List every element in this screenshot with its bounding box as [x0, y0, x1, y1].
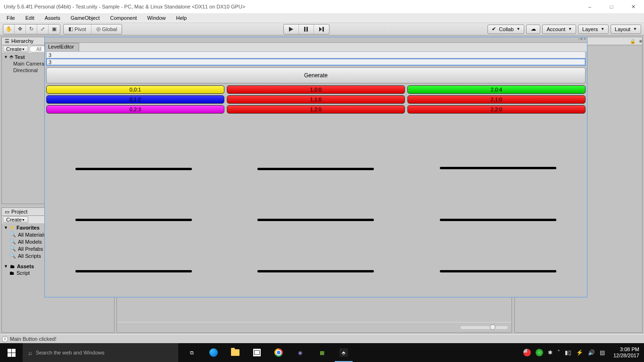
cell-button-0-0[interactable]: 0,0:1 [46, 85, 224, 94]
lock-icon[interactable]: 🔒 [630, 39, 636, 44]
star-icon: ★ [10, 224, 15, 230]
pivot-icon: ◧ [68, 26, 73, 32]
global-toggle-button[interactable]: ◎ Global [91, 25, 122, 34]
menu-edit[interactable]: Edit [21, 14, 39, 22]
clock-time: 3:08 PM [613, 346, 639, 353]
search-icon: 🔍 [9, 253, 16, 259]
svg-marker-3 [319, 27, 322, 32]
tray-chevron-up-icon[interactable]: ˄ [557, 349, 560, 356]
level-editor-rows-input[interactable] [46, 51, 586, 58]
menu-file[interactable]: File [2, 14, 20, 22]
cell-button-2-2[interactable]: 2,2:0 [407, 105, 586, 114]
taskbar-app-store[interactable] [246, 343, 268, 362]
slider-knob[interactable] [490, 324, 495, 330]
chevron-down-icon: ▼ [568, 27, 572, 31]
preview-line [440, 219, 556, 221]
level-editor-cols-input[interactable] [46, 58, 586, 66]
tray-network-icon[interactable] [536, 349, 543, 356]
store-icon [253, 349, 261, 356]
menu-assets[interactable]: Assets [40, 14, 65, 22]
menu-bar: File Edit Assets GameObject Component Wi… [0, 13, 644, 23]
taskbar-app-unity[interactable]: ⬘ [333, 343, 355, 362]
generate-button[interactable]: Generate [46, 67, 586, 83]
level-editor-preview-grid [59, 157, 573, 283]
preview-line [440, 167, 556, 169]
panel-menu-icon[interactable]: ≡ [639, 39, 642, 44]
collab-dropdown[interactable]: ✔Collab▼ [487, 25, 524, 34]
handle-tool-group: ◧ Pivot ◎ Global [63, 24, 122, 34]
rotate-tool-button[interactable]: ↻ [26, 25, 37, 34]
project-create-dropdown[interactable]: Create ▼ [3, 216, 28, 223]
task-view-icon: ⧉ [190, 350, 194, 356]
menu-component[interactable]: Component [105, 14, 141, 22]
move-tool-button[interactable]: ✥ [15, 25, 26, 34]
cell-button-2-1[interactable]: 2,1:0 [407, 95, 586, 104]
taskbar-app-generic2[interactable]: ▦ [311, 343, 333, 362]
pivot-toggle-button[interactable]: ◧ Pivot [64, 25, 91, 34]
menu-window[interactable]: Window [142, 14, 170, 22]
taskbar-app-explorer[interactable] [224, 343, 246, 362]
pause-button[interactable] [299, 25, 314, 34]
level-editor-window: ▫ ✕ ≡ LevelEditor Generate 0,0:1 1,0:0 2… [44, 37, 587, 297]
editor-window-close-button[interactable]: ✕ [580, 37, 583, 42]
account-dropdown[interactable]: Account▼ [542, 25, 576, 34]
menu-gameobject[interactable]: GameObject [66, 14, 105, 22]
svg-rect-1 [304, 27, 305, 32]
search-icon: ⌕ [28, 349, 32, 356]
tray-ccleaner-icon[interactable] [523, 349, 531, 356]
svg-rect-2 [306, 27, 308, 32]
window-titlebar: Unity 5.6.4f1 Personal (64bit) - Test.un… [0, 0, 644, 13]
taskbar-clock[interactable]: 3:08 PM 12/28/2017 [610, 346, 643, 359]
tray-bluetooth-icon[interactable]: ✱ [548, 349, 553, 356]
cell-button-0-1[interactable]: 0,1:2 [46, 95, 224, 104]
menu-help[interactable]: Help [171, 14, 191, 22]
taskbar-app-chrome[interactable] [268, 343, 289, 362]
hierarchy-create-dropdown[interactable]: Create ▼ [3, 46, 28, 52]
window-close-button[interactable]: ✕ [622, 0, 644, 13]
preview-line [257, 168, 374, 170]
taskbar-search-input[interactable]: ⌕Search the web and Windows [23, 343, 178, 362]
edge-icon [209, 348, 218, 357]
project-zoom-slider[interactable] [461, 326, 508, 329]
cloud-button[interactable]: ☁ [526, 25, 540, 34]
preview-line [75, 219, 192, 221]
cell-button-1-1[interactable]: 1,1:0 [227, 95, 405, 104]
app-icon: ◉ [298, 350, 303, 356]
chevron-down-icon: ▼ [601, 27, 604, 31]
play-controls [283, 24, 330, 34]
tray-volume-icon[interactable]: 🔊 [588, 349, 595, 356]
start-button[interactable] [0, 343, 23, 362]
windows-logo-icon [8, 349, 16, 357]
taskbar-app-generic1[interactable]: ◉ [289, 343, 311, 362]
window-maximize-button[interactable]: □ [601, 0, 622, 13]
project-icon: ▭ [5, 209, 9, 215]
status-bar: i Main Button clicked! [0, 334, 644, 343]
editor-window-menu-button[interactable]: ≡ [584, 37, 586, 42]
preview-line [440, 270, 556, 272]
level-editor-tab[interactable]: LevelEditor [45, 43, 79, 51]
unity-scene-icon: ⬘ [9, 54, 13, 60]
cell-button-1-2[interactable]: 1,2:0 [227, 105, 405, 114]
chevron-down-icon: ▼ [633, 27, 637, 31]
preview-line [75, 168, 192, 170]
tray-battery-icon[interactable]: ▮▯ [565, 349, 571, 356]
app-icon: ▦ [320, 350, 324, 356]
scale-tool-button[interactable]: ⤢ [37, 25, 49, 34]
window-minimize-button[interactable]: – [579, 0, 601, 13]
hand-tool-button[interactable]: ✋ [3, 25, 15, 34]
main-toolbar: ✋ ✥ ↻ ⤢ ▣ ◧ Pivot ◎ Global ✔Collab▼ ☁ Ac… [0, 23, 644, 35]
tray-power-icon[interactable]: ⚡ [576, 349, 583, 356]
layout-dropdown[interactable]: Layout▼ [611, 25, 641, 34]
rect-tool-button[interactable]: ▣ [49, 25, 60, 34]
status-message: Main Button clicked! [10, 336, 56, 342]
cell-button-0-2[interactable]: 0,2:3 [46, 105, 224, 114]
editor-window-maximize-button[interactable]: ▫ [578, 37, 579, 42]
cell-button-2-0[interactable]: 2,0:4 [407, 85, 586, 94]
layers-dropdown[interactable]: Layers▼ [578, 25, 609, 34]
step-button[interactable] [314, 25, 329, 34]
task-view-button[interactable]: ⧉ [181, 343, 203, 362]
play-button[interactable] [284, 25, 299, 34]
taskbar-app-edge[interactable] [203, 343, 224, 362]
cell-button-1-0[interactable]: 1,0:0 [227, 85, 405, 94]
tray-action-center-icon[interactable]: ▤ [600, 349, 605, 356]
